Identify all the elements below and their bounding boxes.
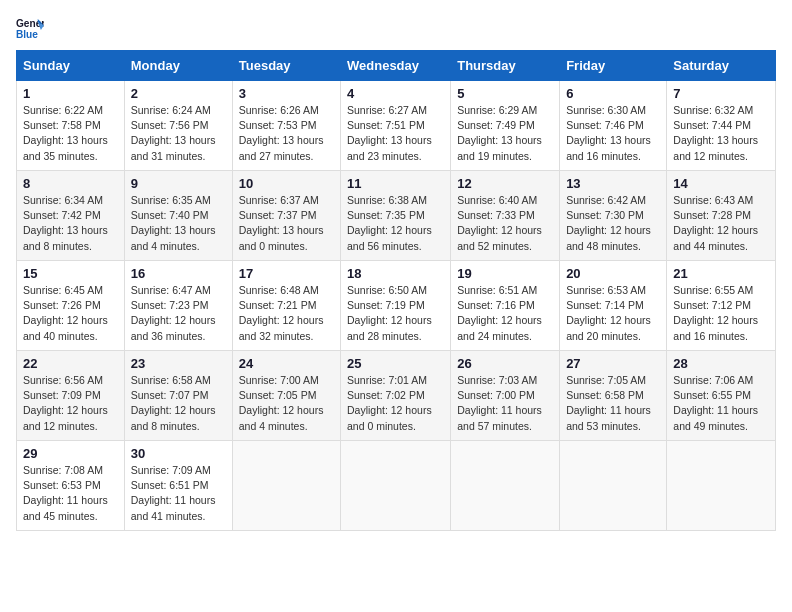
day-number: 3 xyxy=(239,86,334,101)
day-number: 19 xyxy=(457,266,553,281)
calendar-cell: 7 Sunrise: 6:32 AMSunset: 7:44 PMDayligh… xyxy=(667,81,776,171)
calendar-cell: 17 Sunrise: 6:48 AMSunset: 7:21 PMDaylig… xyxy=(232,261,340,351)
day-number: 17 xyxy=(239,266,334,281)
calendar-cell: 19 Sunrise: 6:51 AMSunset: 7:16 PMDaylig… xyxy=(451,261,560,351)
calendar-cell: 25 Sunrise: 7:01 AMSunset: 7:02 PMDaylig… xyxy=(341,351,451,441)
day-number: 28 xyxy=(673,356,769,371)
day-info: Sunrise: 7:01 AMSunset: 7:02 PMDaylight:… xyxy=(347,374,432,432)
day-number: 21 xyxy=(673,266,769,281)
day-info: Sunrise: 6:35 AMSunset: 7:40 PMDaylight:… xyxy=(131,194,216,252)
day-number: 1 xyxy=(23,86,118,101)
calendar-cell: 21 Sunrise: 6:55 AMSunset: 7:12 PMDaylig… xyxy=(667,261,776,351)
day-info: Sunrise: 6:24 AMSunset: 7:56 PMDaylight:… xyxy=(131,104,216,162)
day-info: Sunrise: 7:08 AMSunset: 6:53 PMDaylight:… xyxy=(23,464,108,522)
calendar-cell: 15 Sunrise: 6:45 AMSunset: 7:26 PMDaylig… xyxy=(17,261,125,351)
day-info: Sunrise: 6:43 AMSunset: 7:28 PMDaylight:… xyxy=(673,194,758,252)
calendar-cell: 8 Sunrise: 6:34 AMSunset: 7:42 PMDayligh… xyxy=(17,171,125,261)
day-number: 6 xyxy=(566,86,660,101)
calendar-cell: 22 Sunrise: 6:56 AMSunset: 7:09 PMDaylig… xyxy=(17,351,125,441)
day-number: 14 xyxy=(673,176,769,191)
header-sunday: Sunday xyxy=(17,51,125,81)
calendar-cell: 28 Sunrise: 7:06 AMSunset: 6:55 PMDaylig… xyxy=(667,351,776,441)
logo: General Blue xyxy=(16,16,46,44)
calendar-cell: 1 Sunrise: 6:22 AMSunset: 7:58 PMDayligh… xyxy=(17,81,125,171)
day-number: 27 xyxy=(566,356,660,371)
day-info: Sunrise: 6:47 AMSunset: 7:23 PMDaylight:… xyxy=(131,284,216,342)
calendar-cell: 23 Sunrise: 6:58 AMSunset: 7:07 PMDaylig… xyxy=(124,351,232,441)
header-wednesday: Wednesday xyxy=(341,51,451,81)
day-info: Sunrise: 6:48 AMSunset: 7:21 PMDaylight:… xyxy=(239,284,324,342)
calendar-table: SundayMondayTuesdayWednesdayThursdayFrid… xyxy=(16,50,776,531)
calendar-cell: 3 Sunrise: 6:26 AMSunset: 7:53 PMDayligh… xyxy=(232,81,340,171)
calendar-cell xyxy=(341,441,451,531)
day-info: Sunrise: 6:29 AMSunset: 7:49 PMDaylight:… xyxy=(457,104,542,162)
day-number: 23 xyxy=(131,356,226,371)
day-number: 25 xyxy=(347,356,444,371)
day-number: 16 xyxy=(131,266,226,281)
calendar-cell: 13 Sunrise: 6:42 AMSunset: 7:30 PMDaylig… xyxy=(560,171,667,261)
day-number: 11 xyxy=(347,176,444,191)
day-number: 29 xyxy=(23,446,118,461)
day-info: Sunrise: 6:30 AMSunset: 7:46 PMDaylight:… xyxy=(566,104,651,162)
calendar-cell: 27 Sunrise: 7:05 AMSunset: 6:58 PMDaylig… xyxy=(560,351,667,441)
calendar-cell: 24 Sunrise: 7:00 AMSunset: 7:05 PMDaylig… xyxy=(232,351,340,441)
day-number: 8 xyxy=(23,176,118,191)
day-number: 7 xyxy=(673,86,769,101)
logo-icon: General Blue xyxy=(16,16,44,44)
header-saturday: Saturday xyxy=(667,51,776,81)
week-row-2: 8 Sunrise: 6:34 AMSunset: 7:42 PMDayligh… xyxy=(17,171,776,261)
calendar-cell: 20 Sunrise: 6:53 AMSunset: 7:14 PMDaylig… xyxy=(560,261,667,351)
week-row-1: 1 Sunrise: 6:22 AMSunset: 7:58 PMDayligh… xyxy=(17,81,776,171)
header-tuesday: Tuesday xyxy=(232,51,340,81)
day-number: 9 xyxy=(131,176,226,191)
day-number: 10 xyxy=(239,176,334,191)
day-info: Sunrise: 6:40 AMSunset: 7:33 PMDaylight:… xyxy=(457,194,542,252)
calendar-cell: 9 Sunrise: 6:35 AMSunset: 7:40 PMDayligh… xyxy=(124,171,232,261)
day-info: Sunrise: 6:34 AMSunset: 7:42 PMDaylight:… xyxy=(23,194,108,252)
day-info: Sunrise: 7:05 AMSunset: 6:58 PMDaylight:… xyxy=(566,374,651,432)
day-info: Sunrise: 6:55 AMSunset: 7:12 PMDaylight:… xyxy=(673,284,758,342)
day-info: Sunrise: 6:26 AMSunset: 7:53 PMDaylight:… xyxy=(239,104,324,162)
day-number: 12 xyxy=(457,176,553,191)
calendar-cell: 30 Sunrise: 7:09 AMSunset: 6:51 PMDaylig… xyxy=(124,441,232,531)
day-number: 24 xyxy=(239,356,334,371)
day-info: Sunrise: 6:45 AMSunset: 7:26 PMDaylight:… xyxy=(23,284,108,342)
day-info: Sunrise: 7:09 AMSunset: 6:51 PMDaylight:… xyxy=(131,464,216,522)
day-number: 18 xyxy=(347,266,444,281)
calendar-cell: 2 Sunrise: 6:24 AMSunset: 7:56 PMDayligh… xyxy=(124,81,232,171)
week-row-4: 22 Sunrise: 6:56 AMSunset: 7:09 PMDaylig… xyxy=(17,351,776,441)
day-info: Sunrise: 6:58 AMSunset: 7:07 PMDaylight:… xyxy=(131,374,216,432)
calendar-cell: 10 Sunrise: 6:37 AMSunset: 7:37 PMDaylig… xyxy=(232,171,340,261)
calendar-cell xyxy=(667,441,776,531)
week-row-3: 15 Sunrise: 6:45 AMSunset: 7:26 PMDaylig… xyxy=(17,261,776,351)
day-info: Sunrise: 6:56 AMSunset: 7:09 PMDaylight:… xyxy=(23,374,108,432)
day-number: 26 xyxy=(457,356,553,371)
svg-text:Blue: Blue xyxy=(16,29,38,40)
day-number: 20 xyxy=(566,266,660,281)
calendar-cell: 16 Sunrise: 6:47 AMSunset: 7:23 PMDaylig… xyxy=(124,261,232,351)
day-number: 5 xyxy=(457,86,553,101)
calendar-cell: 29 Sunrise: 7:08 AMSunset: 6:53 PMDaylig… xyxy=(17,441,125,531)
day-info: Sunrise: 6:32 AMSunset: 7:44 PMDaylight:… xyxy=(673,104,758,162)
day-info: Sunrise: 6:22 AMSunset: 7:58 PMDaylight:… xyxy=(23,104,108,162)
header: General Blue xyxy=(16,16,776,44)
day-number: 13 xyxy=(566,176,660,191)
calendar-cell xyxy=(232,441,340,531)
day-info: Sunrise: 6:38 AMSunset: 7:35 PMDaylight:… xyxy=(347,194,432,252)
day-info: Sunrise: 7:00 AMSunset: 7:05 PMDaylight:… xyxy=(239,374,324,432)
calendar-cell xyxy=(451,441,560,531)
day-info: Sunrise: 6:37 AMSunset: 7:37 PMDaylight:… xyxy=(239,194,324,252)
header-thursday: Thursday xyxy=(451,51,560,81)
header-friday: Friday xyxy=(560,51,667,81)
day-info: Sunrise: 6:27 AMSunset: 7:51 PMDaylight:… xyxy=(347,104,432,162)
calendar-cell: 11 Sunrise: 6:38 AMSunset: 7:35 PMDaylig… xyxy=(341,171,451,261)
day-info: Sunrise: 6:51 AMSunset: 7:16 PMDaylight:… xyxy=(457,284,542,342)
calendar-cell: 6 Sunrise: 6:30 AMSunset: 7:46 PMDayligh… xyxy=(560,81,667,171)
calendar-cell: 5 Sunrise: 6:29 AMSunset: 7:49 PMDayligh… xyxy=(451,81,560,171)
calendar-cell: 4 Sunrise: 6:27 AMSunset: 7:51 PMDayligh… xyxy=(341,81,451,171)
day-info: Sunrise: 6:42 AMSunset: 7:30 PMDaylight:… xyxy=(566,194,651,252)
calendar-cell: 18 Sunrise: 6:50 AMSunset: 7:19 PMDaylig… xyxy=(341,261,451,351)
day-info: Sunrise: 6:53 AMSunset: 7:14 PMDaylight:… xyxy=(566,284,651,342)
day-number: 4 xyxy=(347,86,444,101)
header-monday: Monday xyxy=(124,51,232,81)
